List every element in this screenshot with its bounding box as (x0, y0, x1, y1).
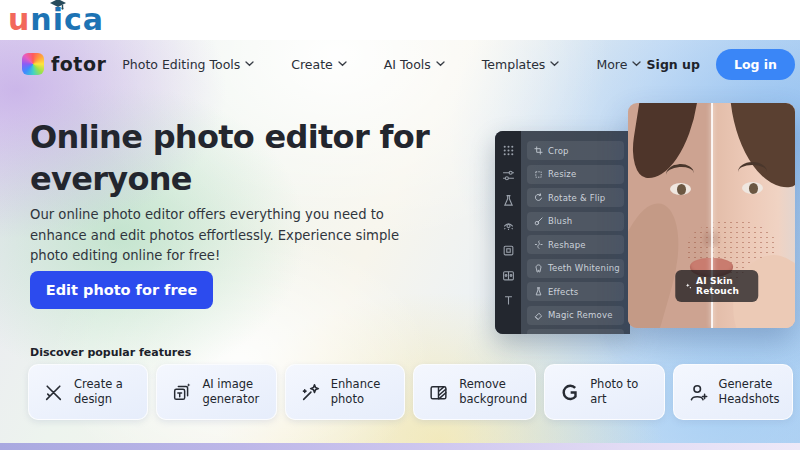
nav-item-label: Templates (482, 57, 546, 72)
fotor-logo[interactable]: fotor (22, 53, 106, 75)
design-icon (43, 382, 64, 403)
card-remove-background[interactable]: Remove background (413, 364, 536, 420)
card-label: Create a design (74, 377, 139, 407)
crop-icon (534, 146, 543, 155)
ai-skin-retouch-chip[interactable]: AI Skin Retouch (675, 270, 759, 302)
reshape-icon (534, 240, 543, 249)
enhance-icon (300, 382, 321, 403)
nav-item-create[interactable]: Create (291, 57, 347, 72)
card-ai-image-generator[interactable]: AI image generator (156, 364, 276, 420)
nav-links: Photo Editing Tools Create AI Tools Temp… (122, 57, 641, 72)
hero-description-line: photo editing online for free! (30, 246, 450, 267)
nav-item-label: Create (291, 57, 333, 72)
card-generate-headshots[interactable]: Generate Headshots (673, 364, 793, 420)
tool-item-reshape[interactable]: Reshape (527, 235, 624, 254)
fotor-pinwheel-icon (22, 53, 44, 75)
hero-description-line: enhance and edit photos effortlessly. Ex… (30, 226, 450, 247)
nav-item-ai-tools[interactable]: AI Tools (384, 57, 445, 72)
unica-logo-letter: ca (64, 2, 104, 37)
ai-image-icon (171, 382, 192, 403)
teeth-whitening-icon (534, 264, 543, 273)
nav-item-templates[interactable]: Templates (482, 57, 560, 72)
resize-icon (534, 170, 543, 179)
tool-item-effects[interactable]: Effects (527, 282, 624, 301)
card-label: Remove background (459, 377, 527, 407)
chevron-down-icon (245, 61, 254, 67)
collage-icon[interactable] (502, 269, 515, 282)
chevron-down-icon (338, 61, 347, 67)
nav-item-label: AI Tools (384, 57, 431, 72)
magic-remove-icon (534, 311, 543, 320)
tool-item-teeth-whitening[interactable]: Teeth Whitening (527, 259, 624, 278)
beauty-eye-icon[interactable] (502, 219, 515, 232)
sign-up-link[interactable]: Sign up (647, 57, 700, 72)
unica-logo[interactable]: u n i ca (8, 2, 104, 37)
chevron-down-icon (436, 61, 445, 67)
headshots-icon (688, 382, 709, 403)
card-label: Generate Headshots (719, 377, 784, 407)
tool-item-label: Rotate & Flip (548, 193, 605, 203)
photo-art-icon (559, 382, 580, 403)
unica-logo-letter-i: i (53, 2, 64, 37)
apps-grid-icon[interactable] (502, 144, 515, 157)
frame-icon[interactable] (502, 244, 515, 257)
nav-item-label: More (596, 57, 627, 72)
rotate-flip-icon (534, 193, 543, 202)
tool-item-crop[interactable]: Crop (527, 141, 624, 160)
unica-logo-letter: u (8, 2, 30, 37)
tool-item-label: Magic Remove (548, 310, 613, 320)
chevron-down-icon (550, 61, 559, 67)
chip-label: AI Skin Retouch (696, 276, 748, 296)
next-section-edge (0, 443, 800, 450)
nav-item-label: Photo Editing Tools (122, 57, 240, 72)
nav-right: Sign up Log in (647, 49, 795, 80)
tool-item-label: Crop (548, 146, 569, 156)
card-label: Photo to art (590, 377, 655, 407)
log-in-button[interactable]: Log in (716, 49, 795, 80)
card-enhance-photo[interactable]: Enhance photo (285, 364, 405, 420)
hero-description-line: Our online photo editor offers everythin… (30, 205, 450, 226)
tool-item-label: Reshape (548, 240, 586, 250)
nav-item-photo-editing-tools[interactable]: Photo Editing Tools (122, 57, 254, 72)
adjust-sliders-icon[interactable] (502, 169, 515, 182)
main-nav: fotor Photo Editing Tools Create AI Tool… (0, 40, 800, 88)
chevron-down-icon (632, 61, 641, 67)
fotor-brand-name: fotor (51, 53, 106, 75)
edit-photo-cta-button[interactable]: Edit photo for free (30, 271, 213, 309)
card-label: Enhance photo (331, 377, 396, 407)
features-heading: Discover popular features (30, 346, 191, 359)
page-title-line2: everyone (30, 158, 500, 200)
editor-icon-strip (495, 131, 521, 334)
card-create-a-design[interactable]: Create a design (28, 364, 148, 420)
top-bar: u n i ca (0, 0, 800, 40)
tool-row-partial (527, 329, 624, 334)
editor-tool-panel: Crop Resize Rotate & Flip Blush Reshape … (495, 131, 630, 334)
tool-item-rotate-flip[interactable]: Rotate & Flip (527, 188, 624, 207)
tool-item-label: Effects (548, 287, 578, 297)
tool-item-blush[interactable]: Blush (527, 212, 624, 231)
before-after-portrait: AI Skin Retouch (628, 103, 795, 328)
remove-bg-icon (428, 382, 449, 403)
blush-icon (534, 217, 543, 226)
card-label: AI image generator (202, 377, 267, 407)
tool-item-label: Teeth Whitening (548, 263, 620, 273)
page-title: Online photo editor for everyone (30, 116, 500, 200)
tool-item-label: Resize (548, 169, 576, 179)
tool-item-resize[interactable]: Resize (527, 165, 624, 184)
effects-icon (534, 287, 543, 296)
tool-item-label: Blush (548, 216, 572, 226)
hero-description: Our online photo editor offers everythin… (30, 205, 450, 267)
sparkle-icon (685, 281, 691, 291)
flask-icon[interactable] (502, 194, 515, 207)
portrait-eyebrow (738, 162, 766, 182)
tool-item-magic-remove[interactable]: Magic Remove (527, 306, 624, 325)
graduation-cap-icon (49, 0, 67, 11)
card-photo-to-art[interactable]: Photo to art (544, 364, 664, 420)
page-title-line1: Online photo editor for (30, 116, 500, 158)
feature-cards: Create a design AI image generator Enhan… (28, 364, 793, 420)
editor-tool-list: Crop Resize Rotate & Flip Blush Reshape … (527, 141, 624, 334)
nav-item-more[interactable]: More (596, 57, 641, 72)
text-icon[interactable] (502, 294, 515, 307)
